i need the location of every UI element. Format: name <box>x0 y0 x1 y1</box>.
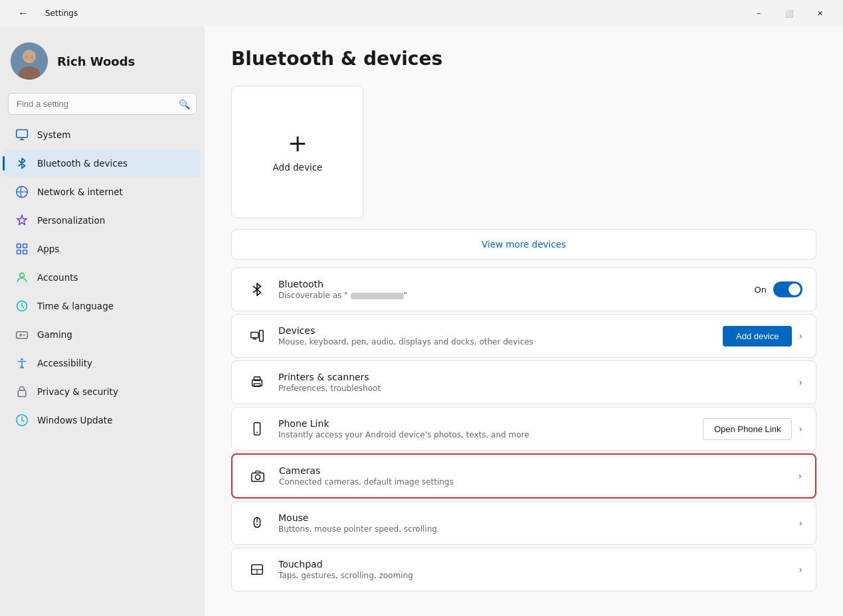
printers-action: › <box>798 377 802 388</box>
bluetooth-nav-icon <box>15 156 29 171</box>
bluetooth-title: Bluetooth <box>278 279 755 289</box>
devices-chevron-icon: › <box>798 331 802 341</box>
sidebar-item-label-update: Windows Update <box>37 415 112 425</box>
devices-text: Devices Mouse, keyboard, pen, audio, dis… <box>278 325 723 346</box>
svg-rect-18 <box>253 339 257 340</box>
device-card-grid: + Add device <box>231 86 816 218</box>
time-nav-icon <box>15 299 29 313</box>
close-button[interactable]: ✕ <box>804 3 835 24</box>
phone-link-subtitle: Instantly access your Android device's p… <box>278 430 703 439</box>
printers-subtitle: Preferences, troubleshoot <box>278 384 798 393</box>
phone-link-icon <box>245 417 269 441</box>
devices-action: Add device › <box>723 326 802 346</box>
accessibility-nav-icon <box>15 356 29 370</box>
devices-subtitle: Mouse, keyboard, pen, audio, displays an… <box>278 337 723 346</box>
sidebar-item-apps[interactable]: Apps <box>4 235 201 263</box>
bluetooth-icon <box>245 277 269 301</box>
system-nav-icon <box>15 127 29 142</box>
touchpad-action: › <box>798 564 802 575</box>
printers-chevron-icon: › <box>798 377 802 388</box>
bluetooth-row[interactable]: Bluetooth Discoverable as "" On <box>231 268 816 311</box>
devices-icon <box>245 324 269 348</box>
bluetooth-toggle[interactable] <box>773 281 802 297</box>
search-box[interactable]: 🔍 <box>8 93 197 115</box>
mouse-action: › <box>798 518 802 528</box>
touchpad-chevron-icon: › <box>798 564 802 575</box>
touchpad-subtitle: Taps, gestures, scrolling, zooming <box>278 571 798 580</box>
printers-title: Printers & scanners <box>278 372 798 382</box>
accounts-nav-icon <box>15 270 29 285</box>
svg-rect-21 <box>254 384 260 387</box>
svg-rect-10 <box>23 250 27 254</box>
mouse-subtitle: Buttons, mouse pointer speed, scrolling <box>278 524 798 534</box>
sidebar-item-bluetooth[interactable]: Bluetooth & devices <box>4 149 201 177</box>
svg-rect-15 <box>18 390 26 396</box>
cameras-row[interactable]: Cameras Connected cameras, default image… <box>231 453 816 499</box>
add-device-card-label: Add device <box>273 162 323 173</box>
sidebar-item-label-gaming: Gaming <box>37 329 72 340</box>
svg-rect-7 <box>17 244 21 248</box>
add-device-card[interactable]: + Add device <box>231 86 364 218</box>
devices-title: Devices <box>278 325 723 336</box>
svg-rect-24 <box>252 473 264 481</box>
nav-list: System Bluetooth & devices Network & int… <box>0 120 205 435</box>
cameras-chevron-icon: › <box>798 471 802 481</box>
svg-point-28 <box>256 524 258 525</box>
phone-link-row[interactable]: Phone Link Instantly access your Android… <box>231 407 816 451</box>
devices-add-button[interactable]: Add device <box>723 326 792 346</box>
sidebar-item-network[interactable]: Network & internet <box>4 178 201 206</box>
phone-link-text: Phone Link Instantly access your Android… <box>278 418 703 439</box>
cameras-text: Cameras Connected cameras, default image… <box>279 465 798 487</box>
open-phone-link-button[interactable]: Open Phone Link <box>703 418 792 440</box>
svg-rect-6 <box>17 130 28 138</box>
svg-point-25 <box>255 475 260 479</box>
phone-link-chevron-icon: › <box>798 424 802 434</box>
maximize-button[interactable]: ⬜ <box>774 3 804 24</box>
sidebar-item-label-privacy: Privacy & security <box>37 386 118 397</box>
sidebar-item-time[interactable]: Time & language <box>4 292 201 320</box>
printers-row[interactable]: Printers & scanners Preferences, trouble… <box>231 360 816 404</box>
minimize-button[interactable]: − <box>743 3 774 24</box>
apps-nav-icon <box>15 242 29 256</box>
add-device-plus-icon: + <box>288 131 308 155</box>
sidebar-item-system[interactable]: System <box>4 121 201 149</box>
bluetooth-action: On <box>755 281 802 297</box>
mouse-row[interactable]: Mouse Buttons, mouse pointer speed, scro… <box>231 501 816 545</box>
view-more-bar[interactable]: View more devices <box>231 229 816 260</box>
sidebar-item-personalization[interactable]: Personalization <box>4 206 201 234</box>
search-input[interactable] <box>8 93 197 115</box>
discoverable-bar <box>351 293 404 299</box>
touchpad-row[interactable]: Touchpad Taps, gestures, scrolling, zoom… <box>231 548 816 591</box>
back-button[interactable]: ← <box>8 3 39 24</box>
svg-point-3 <box>23 50 36 63</box>
sidebar-item-accessibility[interactable]: Accessibility <box>4 349 201 377</box>
user-profile[interactable]: Rich Woods <box>0 27 205 93</box>
bluetooth-toggle-label: On <box>755 285 767 295</box>
privacy-nav-icon <box>15 384 29 399</box>
update-nav-icon <box>15 413 29 427</box>
user-name: Rich Woods <box>57 54 135 68</box>
svg-rect-8 <box>23 244 27 248</box>
main-content: Bluetooth & devices + Add device View mo… <box>205 27 843 616</box>
sidebar-item-accounts[interactable]: Accounts <box>4 264 201 291</box>
svg-point-4 <box>25 56 28 59</box>
svg-point-23 <box>256 432 258 433</box>
sidebar-item-label-accessibility: Accessibility <box>37 358 92 368</box>
svg-point-5 <box>31 56 33 59</box>
phone-link-action: Open Phone Link › <box>703 418 802 440</box>
sidebar-item-privacy[interactable]: Privacy & security <box>4 378 201 406</box>
search-icon: 🔍 <box>179 99 190 110</box>
titlebar: ← Settings − ⬜ ✕ <box>0 0 843 27</box>
cameras-icon <box>246 464 270 488</box>
touchpad-title: Touchpad <box>278 559 798 570</box>
devices-row[interactable]: Devices Mouse, keyboard, pen, audio, dis… <box>231 314 816 358</box>
svg-rect-17 <box>260 331 264 342</box>
svg-rect-9 <box>17 250 21 254</box>
gaming-nav-icon <box>15 327 29 342</box>
sidebar-item-gaming[interactable]: Gaming <box>4 321 201 348</box>
sidebar-item-update[interactable]: Windows Update <box>4 406 201 434</box>
cameras-action: › <box>798 471 802 481</box>
touchpad-text: Touchpad Taps, gestures, scrolling, zoom… <box>278 559 798 580</box>
mouse-chevron-icon: › <box>798 518 802 528</box>
network-nav-icon <box>15 185 29 199</box>
